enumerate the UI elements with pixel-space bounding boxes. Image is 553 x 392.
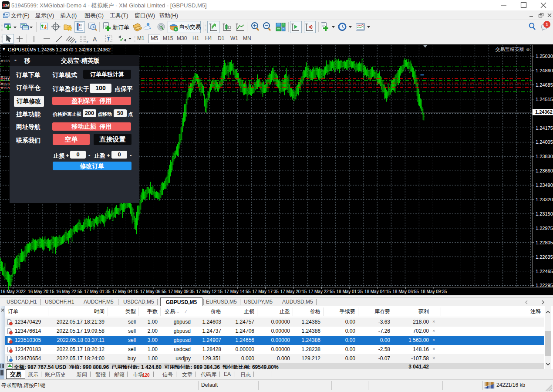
svg-text:1.22465: 1.22465 (536, 269, 553, 274)
svg-text:1.24860: 1.24860 (536, 68, 553, 73)
svg-text:17 May 14:55: 17 May 14:55 (224, 289, 251, 294)
svg-text:17 May 20:15: 17 May 20:15 (280, 289, 307, 294)
svg-text:1.23660: 1.23660 (536, 168, 553, 173)
svg-text:17 May 01:35: 17 May 01:35 (84, 289, 111, 294)
svg-text:18 May 06:55: 18 May 06:55 (392, 289, 419, 294)
svg-text:1.23150: 1.23150 (536, 211, 553, 216)
svg-text:17 May 06:55: 17 May 06:55 (140, 289, 167, 294)
svg-text:1.24005: 1.24005 (536, 139, 553, 145)
svg-text:1.22975: 1.22975 (536, 226, 553, 231)
svg-text:1.23320: 1.23320 (536, 197, 553, 202)
svg-text:16 May 22:55: 16 May 22:55 (56, 289, 82, 294)
svg-text:17 May 17:35: 17 May 17:35 (252, 289, 279, 294)
svg-text:1.22635: 1.22635 (536, 254, 553, 260)
svg-text:1.23490: 1.23490 (536, 182, 553, 188)
svg-text:交易宝精英版 ☺: 交易宝精英版 ☺ (496, 47, 530, 52)
svg-text:16 May 20:15: 16 May 20:15 (28, 289, 54, 294)
svg-text:18 May 09:35: 18 May 09:35 (421, 289, 447, 294)
svg-text:1.25030: 1.25030 (536, 54, 553, 59)
svg-text:16 May 2022: 16 May 2022 (0, 289, 26, 294)
svg-text:17 May 04:15: 17 May 04:15 (112, 289, 138, 294)
svg-text:1.23830: 1.23830 (536, 154, 553, 159)
svg-text:1.24515: 1.24515 (536, 97, 553, 102)
svg-text:▼: ▼ (2, 47, 6, 51)
svg-text:1.24362: 1.24362 (535, 109, 553, 115)
svg-text:1.24685: 1.24685 (536, 82, 553, 88)
svg-text:18 May 04:15: 18 May 04:15 (364, 289, 391, 294)
svg-text:17 May 22:55: 17 May 22:55 (308, 289, 335, 294)
svg-text:1.24175: 1.24175 (536, 125, 553, 131)
svg-text:GBPUSD,M5 1.24265 1.24370 1.2: GBPUSD,M5 1.24265 1.24370 1.24263 1.2436… (8, 47, 111, 52)
svg-text:17 May 12:15: 17 May 12:15 (196, 289, 223, 294)
svg-text:1.22805: 1.22805 (536, 240, 553, 245)
svg-text:1.22295: 1.22295 (536, 283, 553, 288)
svg-text:18 May 01:35: 18 May 01:35 (336, 289, 363, 294)
svg-text:17 May 09:35: 17 May 09:35 (168, 289, 195, 294)
